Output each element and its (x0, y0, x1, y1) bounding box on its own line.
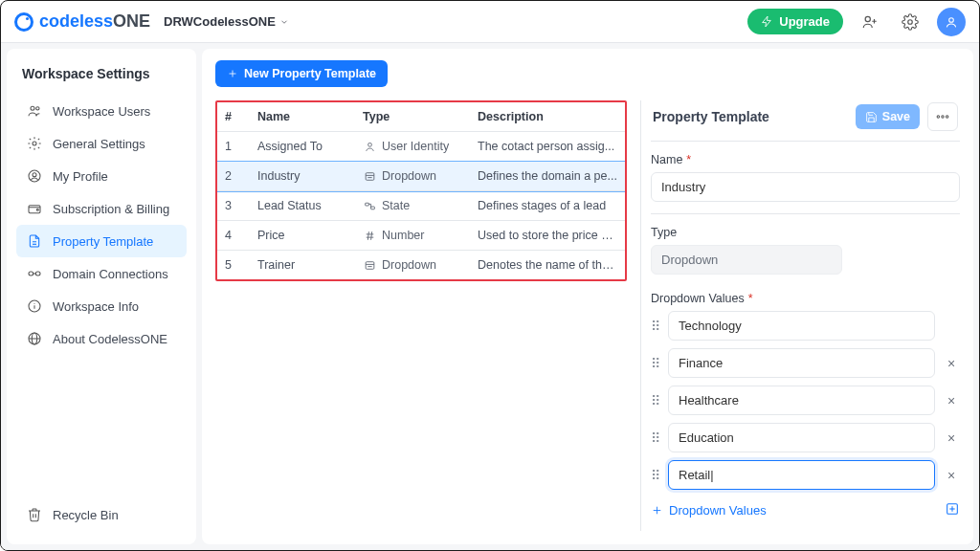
dropdown-value-input[interactable] (668, 460, 935, 490)
drag-handle-icon[interactable]: ⠿ (651, 394, 660, 408)
plus-icon (651, 504, 663, 517)
add-dv-label: Dropdown Values (669, 503, 767, 518)
sidebar-item-subscription-billing[interactable]: Subscription & Billing (16, 192, 187, 225)
save-icon (865, 111, 878, 123)
drag-handle-icon[interactable]: ⠿ (651, 431, 660, 445)
dropdown-value-input[interactable] (668, 386, 935, 415)
svg-point-19 (33, 303, 34, 304)
sidebar-item-recycle-bin[interactable]: Recycle Bin (16, 498, 187, 531)
sidebar: Workspace Settings Workspace Users Gener… (7, 49, 196, 544)
row-type: Dropdown (355, 162, 470, 191)
svg-rect-15 (35, 272, 40, 276)
settings-gear-icon[interactable] (897, 9, 924, 35)
svg-rect-35 (366, 261, 374, 269)
table-row[interactable]: 2 Industry Dropdown Defines the domain a… (217, 162, 625, 191)
sidebar-item-workspace-users[interactable]: Workspace Users (16, 95, 187, 127)
type-display (651, 245, 842, 275)
users-icon (26, 102, 43, 120)
link-icon (26, 265, 43, 282)
dropdown-value-row: ⠿ × (651, 348, 960, 378)
col-type: Type (355, 102, 470, 132)
drag-handle-icon[interactable]: ⠿ (651, 357, 660, 370)
sidebar-item-my-profile[interactable]: My Profile (16, 160, 187, 192)
svg-point-38 (937, 116, 939, 118)
new-template-label: New Property Template (244, 67, 376, 80)
dropdown-values-label: Dropdown Values* (651, 292, 960, 305)
svg-rect-26 (366, 172, 374, 180)
chevron-down-icon (279, 17, 289, 27)
upgrade-button[interactable]: Upgrade (747, 9, 843, 34)
invite-user-icon[interactable] (857, 9, 883, 35)
dropdown-value-input[interactable] (668, 348, 935, 378)
sidebar-item-property-template[interactable]: Property Template (16, 225, 187, 257)
drag-handle-icon[interactable]: ⠿ (651, 320, 660, 333)
svg-point-39 (942, 116, 944, 118)
col-desc: Description (470, 102, 625, 132)
trash-icon (26, 506, 43, 523)
remove-value-button[interactable]: × (943, 468, 960, 483)
topbar: codelessONE DRWCodelessONE Upgrade (1, 1, 979, 43)
file-icon (26, 232, 43, 250)
state-icon (363, 199, 376, 212)
svg-rect-14 (29, 272, 33, 276)
row-num: 1 (217, 132, 250, 162)
remove-value-button[interactable]: × (943, 393, 960, 408)
sidebar-item-label: General Settings (53, 137, 145, 151)
svg-point-25 (368, 143, 371, 146)
sidebar-item-label: Domain Connections (53, 267, 168, 281)
more-actions-button[interactable] (927, 102, 958, 131)
row-type: State (355, 191, 470, 221)
col-name: Name (250, 102, 355, 132)
remove-value-button[interactable]: × (943, 356, 960, 371)
col-num: # (217, 102, 250, 132)
dropdown-value-row: ⠿ × (651, 460, 960, 490)
table-row[interactable]: 5 Trainer Dropdown Denotes the name of t… (217, 251, 625, 280)
sidebar-item-label: Workspace Users (53, 104, 150, 119)
drag-handle-icon[interactable]: ⠿ (651, 469, 660, 482)
remove-value-button[interactable]: × (943, 430, 960, 446)
table-row[interactable]: 4 Price Number Used to store the price o… (217, 221, 625, 251)
sidebar-item-label: Subscription & Billing (53, 202, 169, 216)
sidebar-item-about-codelessone[interactable]: About CodelessONE (16, 322, 187, 355)
svg-point-7 (33, 142, 36, 145)
row-desc: Denotes the name of the... (470, 251, 625, 280)
workspace-switcher[interactable]: DRWCodelessONE (164, 14, 289, 29)
brand-mark-icon (14, 12, 33, 32)
svg-point-0 (865, 16, 870, 21)
sidebar-item-workspace-info[interactable]: Workspace Info (16, 290, 187, 322)
dropdown-icon (363, 258, 376, 272)
row-num: 2 (217, 162, 250, 191)
plus-icon (227, 68, 238, 79)
user-avatar[interactable] (937, 8, 966, 36)
table-row[interactable]: 3 Lead Status State Defines stages of a … (217, 191, 625, 221)
save-label: Save (882, 110, 910, 123)
globe-icon (26, 330, 43, 347)
dropdown-value-row: ⠿ × (651, 423, 960, 452)
brand-logo-area[interactable]: codelessONE (14, 11, 150, 32)
add-from-template-button[interactable] (945, 501, 960, 519)
table-row[interactable]: 1 Assigned To User Identity The cotact p… (217, 132, 625, 162)
user-circle-icon (26, 167, 43, 185)
svg-rect-30 (370, 207, 374, 209)
svg-point-3 (908, 19, 913, 24)
dropdown-value-input[interactable] (668, 423, 935, 452)
save-button[interactable]: Save (856, 104, 920, 129)
property-templates-table: # Name Type Description 1 Assigned To Us… (215, 100, 627, 281)
row-name: Assigned To (250, 132, 355, 162)
row-desc: Defines the domain a pe... (470, 162, 625, 191)
user-icon (363, 140, 376, 153)
row-name: Trainer (250, 251, 355, 280)
name-input[interactable] (651, 172, 960, 202)
new-property-template-button[interactable]: New Property Template (215, 60, 388, 87)
dropdown-value-input[interactable] (668, 311, 935, 341)
details-panel: Property Template Save Name* (640, 100, 960, 531)
add-dropdown-value-button[interactable]: Dropdown Values (651, 503, 767, 518)
row-type: Number (355, 221, 470, 251)
svg-point-11 (36, 209, 38, 210)
svg-point-40 (946, 116, 947, 118)
row-name: Lead Status (250, 191, 355, 221)
sidebar-item-domain-connections[interactable]: Domain Connections (16, 257, 187, 290)
row-desc: The cotact person assig... (470, 132, 625, 162)
sidebar-item-general-settings[interactable]: General Settings (16, 127, 187, 160)
workspace-name: DRWCodelessONE (164, 14, 276, 29)
